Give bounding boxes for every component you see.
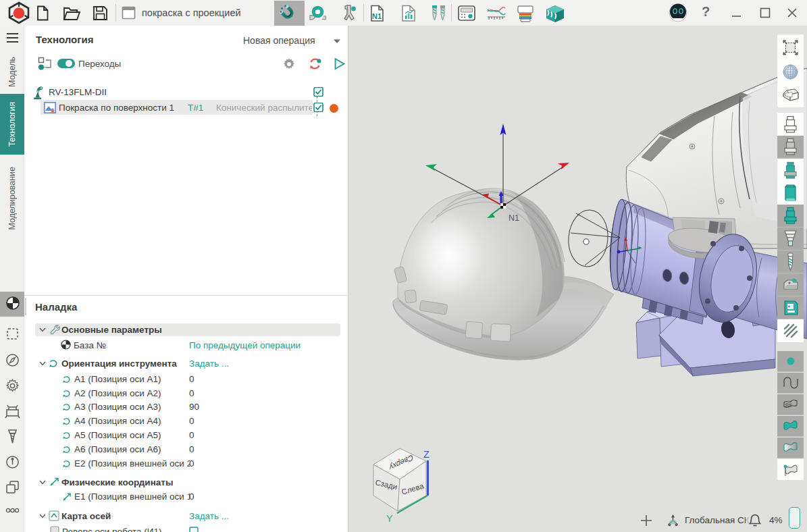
- svg-text:N1: N1: [509, 213, 519, 223]
- svg-text:N1: N1: [372, 12, 382, 20]
- svg-text:Y: Y: [386, 513, 393, 524]
- svg-text:Z: Z: [423, 449, 429, 460]
